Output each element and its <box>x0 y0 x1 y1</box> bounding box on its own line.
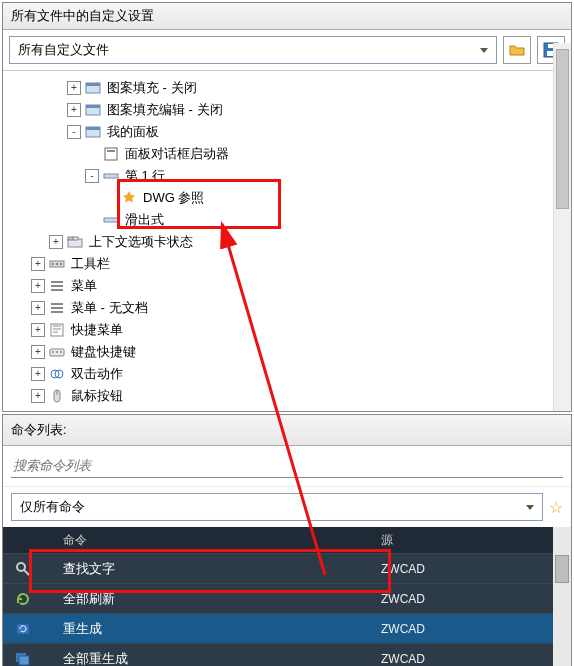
mouse-icon <box>49 388 65 404</box>
tree-item-label: 图案填充编辑 - 关闭 <box>105 100 225 120</box>
grid-scrollbar[interactable] <box>553 527 571 666</box>
filter-dropdown[interactable]: 仅所有命令 <box>11 493 543 521</box>
collapse-icon[interactable]: - <box>85 169 99 183</box>
folder-icon <box>509 42 525 58</box>
grid-header-source[interactable]: 源 <box>371 532 571 549</box>
tree-item-label: 双击动作 <box>69 364 125 384</box>
expand-icon[interactable]: + <box>67 81 81 95</box>
row-icon <box>103 168 119 184</box>
regenall-icon <box>3 651 43 667</box>
tabs-icon <box>67 234 83 250</box>
filter-label: 仅所有命令 <box>20 498 85 516</box>
collapse-icon[interactable]: - <box>67 125 81 139</box>
command-name: 全部重生成 <box>43 650 371 667</box>
tree-item[interactable]: +快捷菜单 <box>13 319 567 341</box>
tree-item-label: 面板对话框启动器 <box>123 144 231 164</box>
panel-icon <box>85 102 101 118</box>
command-row[interactable]: 重生成ZWCAD <box>3 613 571 643</box>
svg-rect-20 <box>51 281 63 283</box>
command-row[interactable]: 查找文字ZWCAD <box>3 553 571 583</box>
panel-icon <box>85 124 101 140</box>
panel-title: 所有文件中的自定义设置 <box>3 3 571 30</box>
svg-rect-18 <box>56 263 58 265</box>
customization-file-dropdown[interactable]: 所有自定义文件 <box>9 36 497 64</box>
svg-rect-12 <box>104 218 118 222</box>
tree-item[interactable]: +图案填充 - 关闭 <box>13 77 567 99</box>
command-grid[interactable]: 命令 源 查找文字ZWCAD全部刷新ZWCAD重生成ZWCAD全部重生成ZWCA… <box>3 527 571 666</box>
svg-rect-39 <box>19 656 29 665</box>
tree-spacer <box>85 147 99 161</box>
tree-item-label: 图案填充 - 关闭 <box>105 78 199 98</box>
tree-item[interactable]: -第 1 行 <box>13 165 567 187</box>
panel-icon <box>85 80 101 96</box>
scrollbar-thumb[interactable] <box>556 49 569 209</box>
chevron-down-icon <box>526 505 534 510</box>
tree-spacer <box>103 191 117 205</box>
expand-icon[interactable]: + <box>31 301 45 315</box>
svg-rect-17 <box>52 263 54 265</box>
grid-header-name[interactable]: 命令 <box>43 532 371 549</box>
refresh-icon <box>3 591 43 607</box>
command-source: ZWCAD <box>371 562 571 576</box>
svg-rect-25 <box>51 311 63 313</box>
tree-item-label: 工具栏 <box>69 254 112 274</box>
tree-item[interactable]: +双击动作 <box>13 363 567 385</box>
tree-item[interactable]: +菜单 <box>13 275 567 297</box>
command-row[interactable]: 全部重生成ZWCAD <box>3 643 571 666</box>
expand-icon[interactable]: + <box>31 389 45 403</box>
dropdown-label: 所有自定义文件 <box>18 41 109 59</box>
command-list-title: 命令列表: <box>3 415 571 446</box>
expand-icon[interactable]: + <box>49 235 63 249</box>
tree-item[interactable]: +鼠标按钮 <box>13 385 567 407</box>
command-source: ZWCAD <box>371 652 571 666</box>
tree-item[interactable]: +图案填充编辑 - 关闭 <box>13 99 567 121</box>
find-icon <box>3 561 43 577</box>
toolbar: 所有自定义文件 <box>3 30 571 71</box>
star-icon <box>121 190 137 206</box>
expand-icon[interactable]: + <box>67 103 81 117</box>
expand-icon[interactable]: + <box>31 279 45 293</box>
expand-icon[interactable]: + <box>31 345 45 359</box>
shortcut-icon <box>49 322 65 338</box>
svg-rect-6 <box>86 105 100 108</box>
toolbar-icon <box>49 256 65 272</box>
tree-item[interactable]: +工具栏 <box>13 253 567 275</box>
search-input[interactable] <box>11 454 563 478</box>
svg-point-30 <box>60 351 62 353</box>
tree-item-label: 快捷菜单 <box>69 320 125 340</box>
tree-item[interactable]: +菜单 - 无文档 <box>13 297 567 319</box>
tree-item[interactable]: 面板对话框启动器 <box>13 143 567 165</box>
favorites-icon[interactable]: ☆ <box>549 498 563 517</box>
search-row <box>3 446 571 487</box>
customization-tree[interactable]: +图案填充 - 关闭+图案填充编辑 - 关闭-我的面板面板对话框启动器-第 1 … <box>3 71 571 411</box>
tree-item[interactable]: 滑出式 <box>13 209 567 231</box>
command-source: ZWCAD <box>371 592 571 606</box>
svg-rect-11 <box>104 174 118 178</box>
open-button[interactable] <box>503 36 531 64</box>
svg-line-36 <box>24 570 29 575</box>
expand-icon[interactable]: + <box>31 257 45 271</box>
command-row[interactable]: 全部刷新ZWCAD <box>3 583 571 613</box>
filter-row: 仅所有命令 ☆ <box>3 487 571 527</box>
tree-item-label: 第 1 行 <box>123 166 167 186</box>
tree-spacer <box>85 213 99 227</box>
expand-icon[interactable]: + <box>31 367 45 381</box>
svg-rect-4 <box>86 83 100 86</box>
expand-icon[interactable]: + <box>31 323 45 337</box>
tree-item[interactable]: +键盘快捷键 <box>13 341 567 363</box>
tree-item[interactable]: -我的面板 <box>13 121 567 143</box>
dialog-icon <box>103 146 119 162</box>
svg-rect-23 <box>51 303 63 305</box>
svg-rect-8 <box>86 127 100 130</box>
tree-item-label: 菜单 <box>69 276 99 296</box>
command-source: ZWCAD <box>371 622 571 636</box>
scrollbar-thumb[interactable] <box>555 555 569 583</box>
tree-item-label: 我的面板 <box>105 122 161 142</box>
tree-item-label: 滑出式 <box>123 210 166 230</box>
tree-item-label: 鼠标按钮 <box>69 386 125 406</box>
tree-item[interactable]: +上下文选项卡状态 <box>13 231 567 253</box>
tree-item[interactable]: DWG 参照 <box>13 187 567 209</box>
tree-scrollbar[interactable] <box>553 43 571 411</box>
command-list-panel: 命令列表: 仅所有命令 ☆ 命令 源 查找文字ZWCAD全部刷新ZWCAD重生成… <box>2 414 572 666</box>
command-name: 查找文字 <box>43 560 371 578</box>
